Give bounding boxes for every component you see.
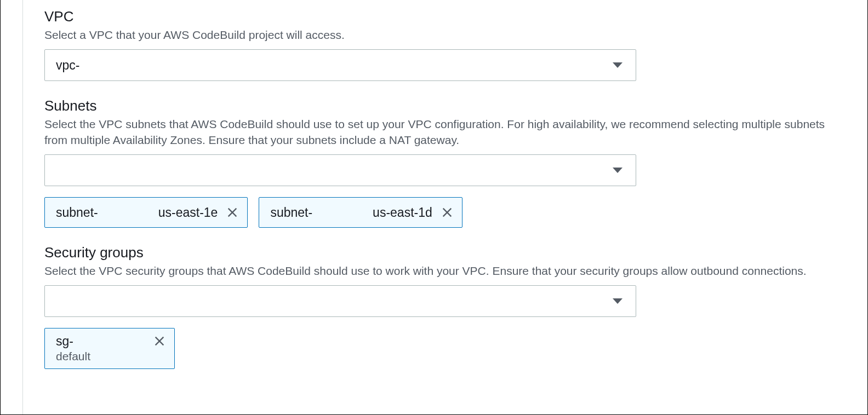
security-groups-field-group: Security groups Select the VPC security … <box>44 244 835 369</box>
form-frame: VPC Select a VPC that your AWS CodeBuild… <box>0 0 868 415</box>
security-groups-description: Select the VPC security groups that AWS … <box>44 263 835 279</box>
security-group-chip-id: sg- <box>56 334 165 349</box>
security-group-chip-name: default <box>56 350 165 363</box>
security-groups-dropdown[interactable] <box>44 285 636 317</box>
close-icon <box>153 335 165 347</box>
left-gutter <box>1 0 23 414</box>
caret-down-icon <box>613 168 623 173</box>
close-icon <box>441 206 453 218</box>
remove-security-group-button[interactable] <box>153 335 165 347</box>
caret-down-icon <box>613 298 623 304</box>
subnets-chips: subnet-us-east-1e subnet-us-east-1d <box>44 197 835 228</box>
subnet-chip-prefix: subnet- <box>270 205 312 220</box>
caret-down-icon <box>613 62 623 68</box>
subnets-dropdown[interactable] <box>44 154 636 186</box>
remove-subnet-button[interactable] <box>226 206 238 218</box>
vpc-dropdown-value: vpc- <box>56 58 79 73</box>
security-groups-chips: sg- default <box>44 328 835 369</box>
security-groups-title: Security groups <box>44 244 835 261</box>
subnet-chip-az: us-east-1d <box>373 205 432 220</box>
subnets-description: Select the VPC subnets that AWS CodeBuil… <box>44 117 835 148</box>
vpc-dropdown[interactable]: vpc- <box>44 49 636 81</box>
close-icon <box>226 206 238 218</box>
vpc-field-group: VPC Select a VPC that your AWS CodeBuild… <box>44 8 835 81</box>
subnets-field-group: Subnets Select the VPC subnets that AWS … <box>44 97 835 228</box>
vpc-title: VPC <box>44 8 835 25</box>
vpc-description: Select a VPC that your AWS CodeBuild pro… <box>44 27 835 43</box>
security-group-chip: sg- default <box>44 328 175 369</box>
subnet-chip-az: us-east-1e <box>158 205 218 220</box>
form-content: VPC Select a VPC that your AWS CodeBuild… <box>44 8 835 396</box>
subnet-chip: subnet-us-east-1d <box>259 197 462 228</box>
subnet-chip: subnet-us-east-1e <box>44 197 248 228</box>
subnets-title: Subnets <box>44 97 835 114</box>
subnet-chip-prefix: subnet- <box>56 205 98 220</box>
subnet-chip-label: subnet-us-east-1e <box>56 205 218 220</box>
remove-subnet-button[interactable] <box>441 206 453 218</box>
subnet-chip-label: subnet-us-east-1d <box>270 205 432 220</box>
